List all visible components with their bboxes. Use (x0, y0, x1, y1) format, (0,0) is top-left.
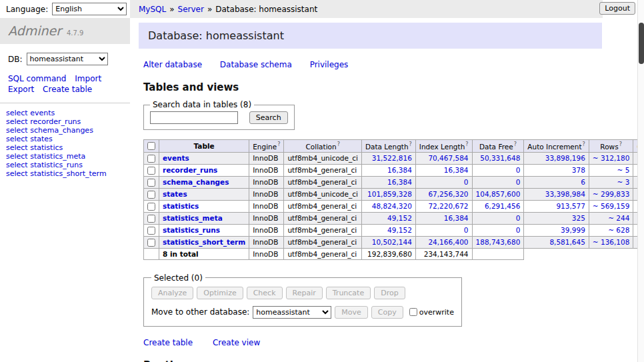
table-name-link[interactable]: recorder_runs (163, 166, 217, 174)
rows-count-link[interactable]: ~ 5 (617, 166, 630, 174)
index-length-link[interactable]: 16,384 (444, 166, 469, 174)
rows-count-link[interactable]: ~ 136,108 (593, 238, 630, 246)
row-checkbox[interactable] (147, 227, 155, 235)
table-name-link[interactable]: statistics (163, 202, 199, 210)
drop-button[interactable]: Drop (374, 287, 405, 299)
overwrite-checkbox[interactable] (409, 308, 417, 316)
index-length-link[interactable]: 70,467,584 (428, 154, 468, 162)
index-length-link[interactable]: 72,220,672 (428, 202, 468, 210)
row-checkbox[interactable] (147, 155, 155, 163)
auto-increment-link[interactable]: 913,577 (556, 202, 585, 210)
analyze-button[interactable]: Analyze (151, 287, 193, 299)
row-checkbox[interactable] (147, 191, 155, 199)
help-link[interactable]: ? (277, 141, 280, 147)
data-length-cell: 31,522,816 (361, 152, 415, 164)
vertical-scrollbar-thumb[interactable] (639, 23, 644, 64)
table-name-link[interactable]: states (163, 190, 187, 198)
data-length-link[interactable]: 49,152 (387, 226, 412, 234)
help-link[interactable]: ? (514, 141, 517, 147)
row-checkbox[interactable] (147, 167, 155, 175)
help-link[interactable]: ? (583, 141, 585, 147)
rows-count-link[interactable]: ~ 628 (608, 226, 629, 234)
language-select[interactable]: English (52, 3, 127, 15)
alter-database-link[interactable]: Alter database (143, 60, 202, 69)
index-length-link[interactable]: 67,256,320 (428, 190, 468, 198)
data-length-link[interactable]: 31,522,816 (372, 154, 412, 162)
help-link[interactable]: ? (619, 141, 622, 147)
index-length-link[interactable]: 16,384 (444, 214, 469, 222)
rows-count-link[interactable]: ~ 299,833 (593, 190, 630, 198)
sidebar-import-link[interactable]: Import (75, 74, 101, 83)
optimize-button[interactable]: Optimize (197, 287, 243, 299)
create-table-link[interactable]: Create table (143, 338, 193, 347)
index-length-link[interactable]: 24,166,400 (428, 238, 468, 246)
row-checkbox[interactable] (147, 203, 155, 211)
select-all-checkbox[interactable] (147, 142, 155, 150)
table-name-link[interactable]: statistics_short_term (163, 238, 245, 246)
rows-count-link[interactable]: ~ 3 (617, 178, 630, 186)
data-free-cell: 0 (472, 212, 524, 224)
privileges-link[interactable]: Privileges (310, 60, 349, 69)
column-header-collation: Collation? (284, 140, 361, 153)
data-free-link[interactable]: 188,743,680 (476, 238, 521, 246)
copy-button[interactable]: Copy (371, 306, 403, 319)
data-length-link[interactable]: 16,384 (387, 178, 412, 186)
data-free-link[interactable]: 104,857,600 (476, 190, 521, 198)
data-free-link[interactable]: 6,291,456 (485, 202, 520, 210)
data-free-link[interactable]: 0 (516, 178, 521, 186)
sidebar-export-link[interactable]: Export (8, 85, 34, 94)
table-name-link[interactable]: schema_changes (163, 178, 229, 186)
data-length-link[interactable]: 101,859,328 (367, 190, 412, 198)
auto-increment-link[interactable]: 8,581,645 (549, 238, 585, 246)
row-checkbox[interactable] (147, 179, 155, 187)
sidebar-item-select-statistics-short-term[interactable]: select statistics_short_term (6, 170, 125, 179)
auto-increment-link[interactable]: 6 (581, 178, 585, 186)
database-schema-link[interactable]: Database schema (220, 60, 292, 69)
truncate-button[interactable]: Truncate (326, 287, 371, 299)
data-free-link[interactable]: 0 (516, 214, 521, 222)
auto-increment-link[interactable]: 378 (572, 166, 585, 174)
move-button[interactable]: Move (335, 306, 368, 319)
data-length-link[interactable]: 16,384 (387, 166, 412, 174)
table-name-link[interactable]: statistics_runs (163, 226, 220, 234)
data-free-link[interactable]: 50,331,648 (480, 154, 520, 162)
data-length-link[interactable]: 48,824,320 (372, 202, 412, 210)
index-length-link[interactable]: 0 (464, 226, 469, 234)
row-checkbox[interactable] (147, 239, 155, 247)
rows-count-link[interactable]: ~ 569,159 (593, 202, 630, 210)
search-input[interactable] (150, 111, 238, 124)
check-button[interactable]: Check (247, 287, 283, 299)
repair-button[interactable]: Repair (286, 287, 323, 299)
breadcrumb-mysql-link[interactable]: MySQL (139, 5, 166, 14)
index-length-link[interactable]: 0 (464, 178, 469, 186)
create-view-link[interactable]: Create view (213, 338, 260, 347)
data-free-link[interactable]: 0 (516, 226, 521, 234)
row-checkbox[interactable] (147, 215, 155, 223)
help-link[interactable]: ? (337, 141, 340, 147)
db-selector-row: DB: homeassistant (0, 44, 130, 65)
table-name-link[interactable]: statistics_meta (163, 214, 223, 222)
index-length-cell: 67,256,320 (415, 188, 472, 200)
logout-button[interactable]: Logout (599, 2, 635, 15)
auto-increment-link[interactable]: 33,898,196 (545, 154, 585, 162)
table-name-link[interactable]: events (163, 154, 189, 162)
sidebar-create-table-link[interactable]: Create table (43, 85, 92, 94)
search-button[interactable]: Search (249, 111, 288, 124)
data-length-link[interactable]: 49,152 (387, 214, 412, 222)
auto-increment-link[interactable]: 33,398,984 (545, 190, 585, 198)
help-link[interactable]: ? (465, 141, 468, 147)
help-link[interactable]: ? (409, 141, 412, 147)
data-length-cell: 48,824,320 (361, 200, 415, 212)
breadcrumb-server-link[interactable]: Server (178, 5, 204, 14)
rows-count-link[interactable]: ~ 312,180 (593, 154, 630, 162)
data-length-link[interactable]: 10,502,144 (372, 238, 412, 246)
table-row-statistics-runs: statistics_runs InnoDB utf8mb4_general_c… (144, 224, 644, 236)
rows-count-link[interactable]: ~ 244 (608, 214, 629, 222)
move-db-select[interactable]: homeassistant (253, 306, 331, 319)
db-select[interactable]: homeassistant (27, 53, 108, 65)
data-free-link[interactable]: 0 (516, 166, 521, 174)
column-header-index-length: Index Length? (415, 140, 472, 153)
auto-increment-link[interactable]: 325 (572, 214, 585, 222)
sidebar-sql-command-link[interactable]: SQL command (8, 74, 66, 83)
auto-increment-link[interactable]: 39,999 (561, 226, 585, 234)
